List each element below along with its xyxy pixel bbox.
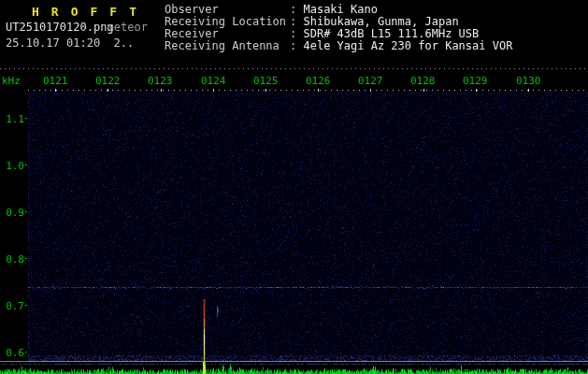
y-tick-mark — [25, 352, 27, 352]
info-row-receiver: Receiver: SDR# 43dB L15 111.6MHz USB — [165, 28, 512, 40]
x-tick-label: 0129 — [463, 75, 488, 87]
y-tick-label: 0.7 — [2, 300, 24, 312]
y-tick-label: 0.6 — [2, 347, 24, 359]
info-row-antenna: Receiving Antenna: 4ele Yagi Az 230 for … — [165, 40, 512, 52]
spectrogram-canvas — [0, 0, 588, 374]
datetime-text: 25.10.17 01:20 2.. — [6, 36, 134, 50]
filename-text: UT2510170120.png — [6, 21, 114, 34]
info-value: Masaki Kano — [303, 4, 377, 16]
header-separator-dotted-line — [0, 68, 588, 69]
y-tick-mark — [25, 258, 27, 259]
x-tick-label: 0125 — [253, 75, 279, 87]
x-tick-label: 0124 — [201, 75, 226, 87]
y-tick-mark — [25, 118, 27, 119]
info-colon: : — [290, 4, 303, 16]
x-tick-label: 0126 — [306, 75, 331, 87]
info-colon: : — [290, 40, 303, 52]
y-tick-mark — [25, 165, 27, 165]
info-row-observer: Observer: Masaki Kano — [165, 4, 512, 16]
x-tick-label: 0128 — [410, 75, 436, 87]
x-axis-tick-dotted-line — [28, 90, 588, 91]
info-label: Receiving Antenna — [165, 40, 290, 52]
info-value: 4ele Yagi Az 230 for Kansai VOR — [303, 40, 512, 52]
x-tick-label: 0123 — [148, 75, 173, 87]
info-label: Observer — [165, 4, 290, 16]
info-value: SDR# 43dB L15 111.6MHz USB — [303, 28, 479, 40]
x-tick-label: 0122 — [95, 75, 121, 87]
station-info-block: Observer: Masaki Kano Receiving Location… — [165, 4, 512, 52]
y-tick-label: 0.8 — [2, 253, 24, 266]
filename-line: UT2510170120.pngmeteor — [6, 21, 148, 34]
info-label: Receiving Location — [165, 16, 290, 28]
info-row-location: Receiving Location: Shibukawa, Gunma, Ja… — [165, 16, 512, 28]
info-label: Receiver — [165, 28, 290, 40]
y-tick-mark — [25, 305, 27, 306]
info-colon: : — [290, 28, 303, 40]
filename-overlay-text: meteor — [108, 21, 148, 34]
app-title: HROFFT — [32, 5, 149, 19]
info-colon: : — [290, 16, 303, 28]
y-tick-label: 1.0 — [2, 160, 24, 172]
y-axis-unit-label: kHz — [2, 75, 21, 87]
hrofft-screen: HROFFT UT2510170120.pngmeteor 25.10.17 0… — [0, 0, 588, 374]
y-tick-label: 0.9 — [2, 207, 24, 219]
y-tick-mark — [25, 211, 27, 212]
y-tick-label: 1.1 — [2, 113, 24, 125]
x-tick-label: 0127 — [358, 75, 383, 87]
x-tick-label: 0121 — [43, 75, 68, 87]
info-value: Shibukawa, Gunma, Japan — [303, 16, 458, 28]
x-tick-label: 0130 — [516, 75, 541, 87]
